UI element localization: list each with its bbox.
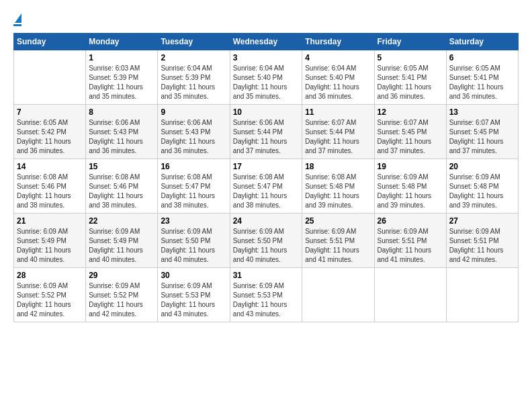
sunrise-text: Sunrise: 6:04 AM: [161, 64, 212, 72]
sunset-text: Sunset: 5:47 PM: [233, 183, 283, 190]
sunset-text: Sunset: 5:52 PM: [89, 291, 138, 299]
day-cell: 11Sunrise: 6:07 AMSunset: 5:44 PMDayligh…: [302, 105, 374, 159]
sunrise-text: Sunrise: 6:09 AM: [89, 228, 140, 235]
sunrise-text: Sunrise: 6:06 AM: [89, 119, 140, 126]
daylight-text: Daylight: 11 hours and 38 minutes.: [17, 192, 71, 209]
sunrise-text: Sunrise: 6:07 AM: [449, 119, 500, 126]
day-number: 24: [233, 216, 300, 226]
sunrise-text: Sunrise: 6:08 AM: [233, 173, 284, 181]
day-info: Sunrise: 6:09 AMSunset: 5:51 PMDaylight:…: [449, 227, 515, 265]
day-info: Sunrise: 6:09 AMSunset: 5:48 PMDaylight:…: [449, 173, 515, 210]
day-cell: 29Sunrise: 6:09 AMSunset: 5:52 PMDayligh…: [86, 268, 158, 322]
day-number: 25: [305, 216, 371, 226]
day-cell: 3Sunrise: 6:04 AMSunset: 5:40 PMDaylight…: [230, 50, 302, 105]
sunset-text: Sunset: 5:53 PM: [233, 291, 283, 299]
day-info: Sunrise: 6:04 AMSunset: 5:39 PMDaylight:…: [161, 64, 226, 101]
calendar-table: SundayMondayTuesdayWednesdayThursdayFrid…: [13, 33, 519, 322]
sunrise-text: Sunrise: 6:06 AM: [161, 119, 212, 126]
sunrise-text: Sunrise: 6:05 AM: [449, 64, 500, 72]
day-number: 17: [233, 162, 300, 171]
sunset-text: Sunset: 5:47 PM: [161, 183, 210, 190]
week-row-3: 14Sunrise: 6:08 AMSunset: 5:46 PMDayligh…: [14, 159, 519, 214]
daylight-text: Daylight: 11 hours and 40 minutes.: [17, 246, 71, 263]
sunrise-text: Sunrise: 6:05 AM: [17, 119, 68, 126]
daylight-text: Daylight: 11 hours and 40 minutes.: [161, 246, 215, 263]
sunset-text: Sunset: 5:50 PM: [233, 237, 283, 244]
logo-icon: [15, 13, 21, 23]
day-cell: [302, 268, 374, 322]
day-number: 27: [449, 216, 515, 226]
sunset-text: Sunset: 5:51 PM: [378, 237, 427, 244]
daylight-text: Daylight: 11 hours and 39 minutes.: [449, 192, 504, 209]
day-cell: 28Sunrise: 6:09 AMSunset: 5:52 PMDayligh…: [14, 268, 86, 322]
daylight-text: Daylight: 11 hours and 35 minutes.: [161, 83, 215, 100]
day-number: 2: [161, 53, 226, 62]
day-number: 16: [161, 162, 226, 171]
logo-underline: [13, 24, 21, 26]
daylight-text: Daylight: 11 hours and 42 minutes.: [89, 301, 143, 318]
daylight-text: Daylight: 11 hours and 43 minutes.: [161, 301, 215, 318]
week-row-4: 21Sunrise: 6:09 AMSunset: 5:49 PMDayligh…: [14, 214, 519, 268]
daylight-text: Daylight: 11 hours and 40 minutes.: [89, 246, 143, 263]
day-number: 5: [378, 53, 443, 62]
sunrise-text: Sunrise: 6:04 AM: [233, 64, 284, 72]
sunset-text: Sunset: 5:53 PM: [161, 291, 210, 299]
week-row-5: 28Sunrise: 6:09 AMSunset: 5:52 PMDayligh…: [14, 268, 519, 322]
daylight-text: Daylight: 11 hours and 36 minutes.: [89, 138, 143, 154]
day-cell: [446, 268, 518, 322]
day-cell: 6Sunrise: 6:05 AMSunset: 5:41 PMDaylight…: [446, 50, 518, 105]
day-info: Sunrise: 6:05 AMSunset: 5:42 PMDaylight:…: [17, 118, 83, 156]
daylight-text: Daylight: 11 hours and 42 minutes.: [17, 301, 71, 318]
sunset-text: Sunset: 5:52 PM: [17, 291, 66, 299]
day-cell: 16Sunrise: 6:08 AMSunset: 5:47 PMDayligh…: [158, 159, 230, 214]
day-number: 18: [305, 162, 371, 171]
day-info: Sunrise: 6:04 AMSunset: 5:40 PMDaylight:…: [233, 64, 300, 101]
page-header: [13, 13, 519, 26]
day-info: Sunrise: 6:07 AMSunset: 5:45 PMDaylight:…: [449, 118, 515, 156]
day-cell: 14Sunrise: 6:08 AMSunset: 5:46 PMDayligh…: [14, 159, 86, 214]
day-info: Sunrise: 6:09 AMSunset: 5:50 PMDaylight:…: [161, 227, 226, 265]
sunrise-text: Sunrise: 6:08 AM: [305, 173, 356, 181]
day-cell: 13Sunrise: 6:07 AMSunset: 5:45 PMDayligh…: [446, 105, 518, 159]
day-cell: 2Sunrise: 6:04 AMSunset: 5:39 PMDaylight…: [158, 50, 230, 105]
header-monday: Monday: [86, 34, 158, 50]
day-info: Sunrise: 6:08 AMSunset: 5:47 PMDaylight:…: [161, 173, 226, 210]
sunrise-text: Sunrise: 6:05 AM: [378, 64, 429, 72]
day-info: Sunrise: 6:08 AMSunset: 5:46 PMDaylight:…: [89, 173, 154, 210]
day-info: Sunrise: 6:08 AMSunset: 5:48 PMDaylight:…: [305, 173, 371, 210]
day-cell: 22Sunrise: 6:09 AMSunset: 5:49 PMDayligh…: [86, 214, 158, 268]
sunrise-text: Sunrise: 6:08 AM: [17, 173, 68, 181]
sunrise-text: Sunrise: 6:09 AM: [161, 228, 212, 235]
day-info: Sunrise: 6:09 AMSunset: 5:49 PMDaylight:…: [89, 227, 154, 265]
sunset-text: Sunset: 5:40 PM: [305, 74, 355, 81]
day-info: Sunrise: 6:09 AMSunset: 5:52 PMDaylight:…: [89, 281, 154, 319]
day-cell: 12Sunrise: 6:07 AMSunset: 5:45 PMDayligh…: [374, 105, 446, 159]
day-number: 19: [378, 162, 443, 171]
day-number: 3: [233, 53, 300, 62]
daylight-text: Daylight: 11 hours and 38 minutes.: [233, 192, 287, 209]
sunrise-text: Sunrise: 6:04 AM: [305, 64, 356, 72]
daylight-text: Daylight: 11 hours and 37 minutes.: [449, 138, 504, 154]
day-cell: 19Sunrise: 6:09 AMSunset: 5:48 PMDayligh…: [374, 159, 446, 214]
day-cell: 10Sunrise: 6:06 AMSunset: 5:44 PMDayligh…: [230, 105, 302, 159]
sunset-text: Sunset: 5:46 PM: [17, 183, 66, 190]
sunset-text: Sunset: 5:41 PM: [378, 74, 427, 81]
day-number: 31: [233, 271, 300, 280]
day-info: Sunrise: 6:06 AMSunset: 5:44 PMDaylight:…: [233, 118, 300, 156]
week-row-1: 1Sunrise: 6:03 AMSunset: 5:39 PMDaylight…: [14, 50, 519, 105]
day-info: Sunrise: 6:06 AMSunset: 5:43 PMDaylight:…: [161, 118, 226, 156]
sunset-text: Sunset: 5:50 PM: [161, 237, 210, 244]
header-saturday: Saturday: [446, 34, 518, 50]
day-info: Sunrise: 6:04 AMSunset: 5:40 PMDaylight:…: [305, 64, 371, 101]
daylight-text: Daylight: 11 hours and 38 minutes.: [89, 192, 143, 209]
day-info: Sunrise: 6:09 AMSunset: 5:52 PMDaylight:…: [17, 281, 83, 319]
sunrise-text: Sunrise: 6:09 AM: [449, 228, 500, 235]
day-number: 23: [161, 216, 226, 226]
day-info: Sunrise: 6:06 AMSunset: 5:43 PMDaylight:…: [89, 118, 154, 156]
sunset-text: Sunset: 5:45 PM: [378, 128, 427, 136]
day-info: Sunrise: 6:07 AMSunset: 5:44 PMDaylight:…: [305, 118, 371, 156]
day-cell: 8Sunrise: 6:06 AMSunset: 5:43 PMDaylight…: [86, 105, 158, 159]
day-cell: 18Sunrise: 6:08 AMSunset: 5:48 PMDayligh…: [302, 159, 374, 214]
day-number: 29: [89, 271, 154, 280]
daylight-text: Daylight: 11 hours and 36 minutes.: [161, 138, 215, 154]
